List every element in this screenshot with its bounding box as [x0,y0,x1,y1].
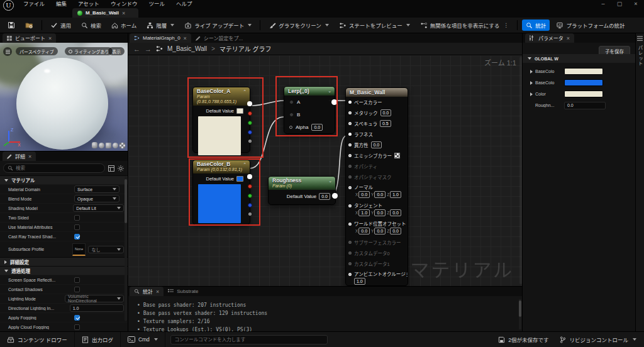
hierarchy-button[interactable]: 階層 [143,19,178,31]
expand-icon[interactable]: ⌄ [328,89,331,94]
output-pin-a[interactable] [248,140,252,143]
menu-help[interactable]: ヘルプ [170,0,198,8]
close-tab-icon[interactable]: × [28,153,31,160]
preview-state-button[interactable]: ステートをプレビュー [335,19,414,31]
browse-asset-button[interactable] [21,19,37,31]
pin-normal[interactable] [348,186,352,189]
tab-material-graph[interactable]: MaterialGraph_0 × [130,33,191,43]
shading-model-dropdown[interactable]: Default Lit [73,204,124,212]
details-search-box[interactable] [3,163,105,173]
hide-unrelated-button[interactable]: 無関係な項目を非表示にする⋮ [416,19,513,31]
console-command-input[interactable] [175,337,323,343]
unsaved-assets-button[interactable]: 2個が未保存です [498,336,548,343]
minimize-button[interactable]: – [595,0,611,8]
section-material[interactable]: マテリアル [0,175,128,184]
collapse-icon[interactable]: ⌃ [243,162,247,167]
search-button[interactable]: 検索 [77,19,105,31]
subsurface-profile-thumbnail[interactable]: None [72,243,86,256]
output-pin-rgb[interactable] [247,174,252,179]
nav-forward-icon[interactable]: → [145,45,152,53]
content-drawer-button[interactable]: コンテンツ ドロワー [0,332,75,347]
cube-preview-icon[interactable] [106,143,111,148]
color-swatch[interactable] [564,91,603,97]
collapse-icon[interactable]: ⌃ [243,89,247,94]
stats-scrollbar[interactable] [519,299,521,329]
basecolor-b-swatch[interactable] [564,79,603,86]
details-scrollbar[interactable] [125,177,127,321]
pin-ambient-occlusion[interactable] [348,273,352,276]
details-search-input[interactable] [16,165,101,171]
use-material-attributes-checkbox[interactable] [74,224,80,230]
contact-shadows-checkbox[interactable] [74,287,80,292]
tab-scene-settings[interactable]: シーン設定をプ... [191,33,247,43]
pin-opacity[interactable] [348,165,352,168]
param-group-global[interactable]: GLOBAL W [523,54,636,63]
node-roughness[interactable]: Roughness Param (0) ⌄ Default Value 0.0 [268,176,336,205]
output-pin-g[interactable] [248,194,252,198]
output-pin-a[interactable] [248,212,252,216]
menu-edit[interactable]: 編集 [50,0,72,8]
perspective-button[interactable]: パースペクティブ [16,47,58,55]
basecolor-a-swatch[interactable] [564,68,603,75]
tab-viewport[interactable]: ビューポート × [3,33,56,43]
home-button[interactable]: ホーム [108,19,140,31]
teapot-preview-icon[interactable] [113,143,118,148]
pin-opacity-mask[interactable] [348,175,352,179]
output-log-button[interactable]: 出力ログ [75,332,121,347]
dock-list-icon[interactable] [637,36,643,41]
pin-custom-data-0[interactable] [348,251,352,255]
pin-metallic[interactable] [348,111,352,114]
menu-asset[interactable]: アセット [72,0,105,8]
apply-button[interactable]: 適用 [47,19,75,31]
show-button[interactable]: 表示 [108,47,125,55]
display-filter-icon[interactable] [108,165,114,172]
alpha-value-box[interactable]: 0.0 [311,124,323,131]
close-tab-icon[interactable]: × [156,289,159,295]
close-window-button[interactable]: × [628,0,644,8]
input-pin-alpha[interactable] [289,126,292,129]
lit-mode-button[interactable]: ライティングあり [65,47,113,55]
pin-emissive[interactable] [348,154,352,157]
node-basecolor-b[interactable]: BaseColor_B Param (0,0.132,0.81,1) ⌃ Def… [192,160,250,225]
tab-details[interactable]: 詳細 × [3,151,36,161]
expander-icon[interactable] [530,81,533,85]
output-pin-rgb[interactable] [247,101,252,106]
blend-mode-dropdown[interactable]: Opaque [74,195,119,202]
platform-stats-button[interactable]: プラットフォームの統計 [552,19,628,31]
tab-parameters[interactable]: パラメータ × [525,33,574,43]
expander-icon[interactable] [530,92,533,96]
lighting-mode-dropdown[interactable]: Volumetric NonDirectional [65,295,124,302]
pin-anisotropy[interactable] [348,143,352,146]
pin-tangent[interactable] [348,204,352,207]
input-pin-a[interactable] [289,100,294,104]
node-lerp[interactable]: Lerp(,,0) ⌄ A B Alpha0.0 [284,86,335,134]
two-sided-checkbox[interactable] [74,215,80,221]
section-translucency[interactable]: 透過処理 [0,266,128,275]
maximize-button[interactable]: ▢ [611,0,628,8]
emissive-swatch[interactable] [394,153,400,158]
tab-stats[interactable]: 統計 × [130,287,164,296]
menu-file[interactable]: ファイル [18,0,50,8]
pin-world-position-offset[interactable] [348,223,352,226]
output-pin-g[interactable] [248,121,252,125]
pin-roughness[interactable] [348,133,352,136]
subsurface-profile-dropdown[interactable]: なし [88,246,124,253]
viewport-menu-button[interactable] [3,47,12,56]
cylinder-preview-icon[interactable] [92,142,97,148]
menu-window[interactable]: ウィンドウ [105,0,143,8]
output-pin-b[interactable] [248,130,252,135]
default-value-swatch[interactable] [236,176,243,182]
ssr-checkbox[interactable] [74,277,80,283]
apply-cloud-fogging-checkbox[interactable] [74,324,80,330]
nav-back-icon[interactable]: ← [133,45,140,53]
pin-specular[interactable] [348,122,352,125]
close-tab-icon[interactable]: × [184,35,187,41]
directional-lighting-intensity-field[interactable]: 1.0 [70,304,124,312]
close-tab-icon[interactable]: × [122,10,125,16]
pin-base-color[interactable] [348,101,352,104]
save-button[interactable] [4,19,19,31]
output-pin-r[interactable] [248,111,252,116]
gear-icon[interactable] [118,165,124,172]
node-basecolor-a[interactable]: BaseColor_A Param (0.81,0.788,0.655,1) ⌃… [192,87,250,153]
menu-tools[interactable]: ツール [143,0,170,8]
